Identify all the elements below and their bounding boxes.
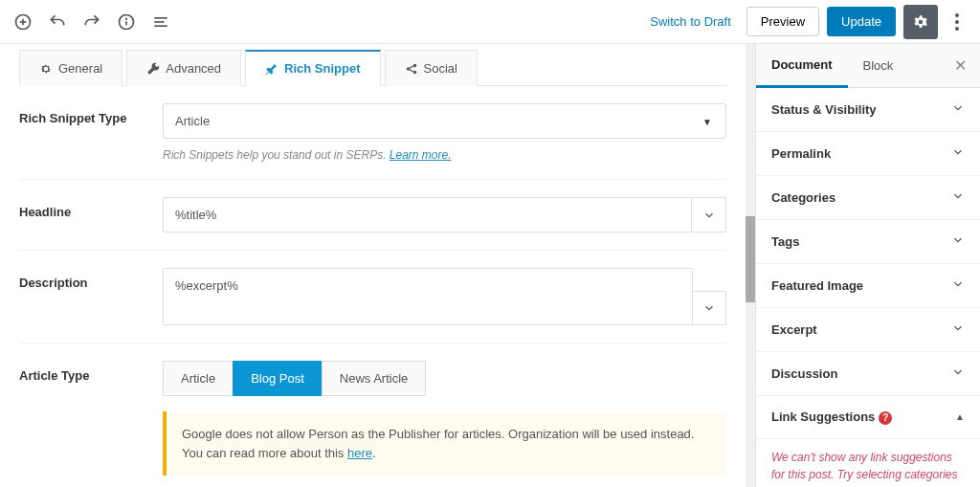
publisher-warning: Google does not allow Person as the Publ…: [163, 411, 726, 476]
tab-general[interactable]: General: [19, 50, 122, 86]
description-textarea[interactable]: %excerpt%: [163, 268, 693, 325]
svg-point-12: [406, 67, 410, 71]
preview-button[interactable]: Preview: [746, 7, 819, 36]
toolbar-left-group: [11, 11, 172, 33]
headline-input[interactable]: %title%: [163, 197, 692, 232]
svg-point-5: [126, 18, 127, 19]
tab-advanced[interactable]: Advanced: [126, 50, 241, 86]
help-icon[interactable]: ?: [879, 411, 892, 425]
article-type-group: Article Blog Post News Article: [163, 361, 726, 396]
link-suggestions-body: We can't show any link suggestions for t…: [756, 439, 980, 488]
snippet-type-help: Rich Snippets help you stand out in SERP…: [163, 148, 726, 162]
sidebar-tab-document[interactable]: Document: [756, 44, 848, 88]
editor-sidebar: Document Block ✕ Status & Visibility Per…: [755, 44, 980, 487]
snippet-type-select[interactable]: Article ▼: [163, 103, 726, 139]
toolbar-right-group: Switch to Draft Preview Update: [650, 5, 969, 39]
content-scrollbar[interactable]: [746, 44, 755, 487]
info-icon[interactable]: [115, 11, 138, 33]
svg-point-9: [955, 13, 959, 17]
sidebar-close-icon[interactable]: ✕: [941, 56, 980, 75]
warning-here-link[interactable]: here: [347, 446, 372, 460]
outline-icon[interactable]: [149, 11, 172, 33]
chevron-down-icon: [951, 101, 965, 118]
add-block-icon[interactable]: [11, 11, 34, 33]
caret-down-icon: ▼: [702, 116, 712, 126]
settings-gear-icon[interactable]: [903, 5, 938, 39]
chevron-down-icon: [951, 321, 965, 338]
panel-status-visibility[interactable]: Status & Visibility: [756, 88, 980, 132]
snippet-type-value: Article: [175, 114, 210, 128]
chevron-down-icon: [951, 233, 965, 250]
tab-general-label: General: [58, 61, 102, 76]
panel-permalink[interactable]: Permalink: [756, 132, 980, 176]
chevron-down-icon: [951, 145, 965, 162]
article-type-blog-post[interactable]: Blog Post: [233, 361, 323, 396]
chevron-down-icon: [702, 209, 716, 222]
learn-more-link[interactable]: Learn more.: [390, 148, 452, 162]
tab-social[interactable]: Social: [385, 50, 478, 86]
undo-icon[interactable]: [46, 11, 69, 33]
update-button[interactable]: Update: [827, 7, 896, 36]
snippet-type-label: Rich Snippet Type: [19, 103, 163, 125]
sidebar-tabs: Document Block ✕: [756, 44, 980, 88]
description-expand-button[interactable]: [692, 291, 726, 325]
panel-categories[interactable]: Categories: [756, 176, 980, 220]
svg-point-14: [412, 70, 416, 74]
switch-to-draft-link[interactable]: Switch to Draft: [650, 14, 731, 29]
chevron-down-icon: [702, 301, 716, 315]
main-wrap: General Advanced Rich Snippet Social Ric…: [0, 44, 980, 487]
pin-icon: [265, 62, 278, 76]
tab-rich-snippet[interactable]: Rich Snippet: [245, 50, 380, 86]
chevron-down-icon: [951, 365, 965, 382]
wrench-icon: [146, 62, 160, 76]
tab-social-label: Social: [424, 61, 457, 76]
panel-excerpt[interactable]: Excerpt: [756, 308, 980, 352]
redo-icon[interactable]: [80, 11, 103, 33]
description-label: Description: [19, 268, 163, 290]
editor-top-toolbar: Switch to Draft Preview Update: [0, 0, 980, 44]
panel-discussion[interactable]: Discussion: [756, 352, 980, 396]
article-type-article[interactable]: Article: [163, 361, 234, 396]
panel-featured-image[interactable]: Featured Image: [756, 264, 980, 308]
gear-icon: [39, 62, 53, 76]
headline-label: Headline: [19, 197, 163, 219]
sidebar-panels: Status & Visibility Permalink Categories…: [756, 88, 980, 487]
content-column: General Advanced Rich Snippet Social Ric…: [0, 44, 746, 487]
sidebar-tab-block[interactable]: Block: [848, 45, 909, 86]
more-menu-icon[interactable]: [946, 5, 969, 39]
chevron-down-icon: [951, 277, 965, 294]
chevron-up-icon: ▲: [955, 411, 965, 422]
row-description: Description %excerpt%: [19, 251, 726, 343]
svg-point-10: [955, 20, 959, 24]
tab-advanced-label: Advanced: [166, 61, 221, 76]
panel-link-suggestions[interactable]: Link Suggestions?▲: [756, 396, 980, 439]
share-icon: [405, 62, 418, 76]
row-headline: Headline %title%: [19, 180, 726, 251]
rankmath-tabs: General Advanced Rich Snippet Social: [19, 50, 726, 86]
article-type-news[interactable]: News Article: [322, 361, 427, 396]
scrollbar-thumb[interactable]: [746, 216, 755, 302]
svg-point-13: [412, 63, 416, 67]
svg-point-11: [955, 27, 959, 31]
tab-rich-snippet-label: Rich Snippet: [284, 61, 360, 76]
article-type-label: Article Type: [19, 361, 163, 383]
row-snippet-type: Rich Snippet Type Article ▼ Rich Snippet…: [19, 86, 726, 180]
panel-tags[interactable]: Tags: [756, 220, 980, 264]
headline-expand-button[interactable]: [692, 197, 726, 232]
row-article-type: Article Type Article Blog Post News Arti…: [19, 343, 726, 487]
chevron-down-icon: [951, 189, 965, 206]
